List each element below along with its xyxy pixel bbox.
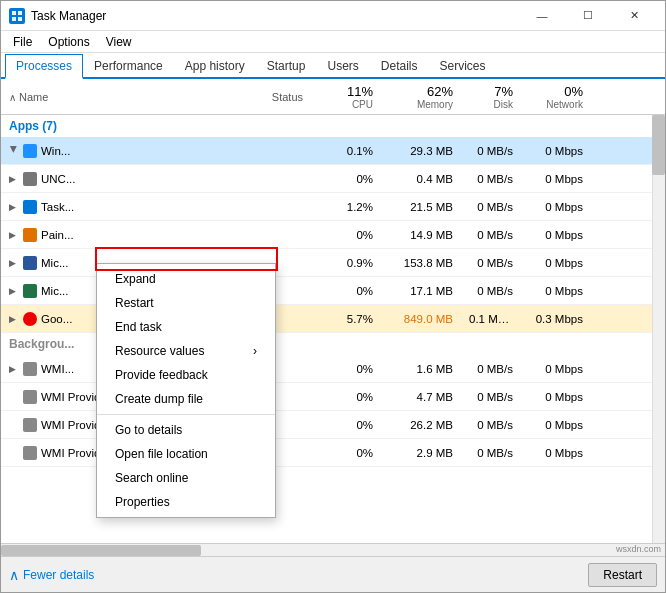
expand-arrow[interactable]: ▶: [9, 146, 19, 156]
collapse-arrow[interactable]: ∧: [9, 92, 16, 103]
menu-view[interactable]: View: [98, 33, 140, 51]
expand-arrow[interactable]: ▶: [9, 258, 19, 268]
menu-options[interactable]: Options: [40, 33, 97, 51]
ctx-end-task[interactable]: End task: [97, 315, 275, 339]
svg-rect-1: [18, 11, 22, 15]
cell-cpu: 0%: [311, 445, 381, 461]
cell-disk: 0 MB/s: [461, 283, 521, 299]
expand-arrow[interactable]: ▶: [9, 230, 19, 240]
table-header: ∧ Name Status 11% CPU 62% Memory 7% Disk…: [1, 79, 665, 115]
app-row-icon: [23, 200, 37, 214]
cell-disk: 0 MB/s: [461, 199, 521, 215]
ctx-resource-values[interactable]: Resource values ›: [97, 339, 275, 363]
ctx-restart[interactable]: Restart: [97, 291, 275, 315]
expand-arrow[interactable]: ▶: [9, 286, 19, 296]
cell-disk: 0 MB/s: [461, 255, 521, 271]
vertical-scrollbar[interactable]: [652, 115, 665, 543]
cell-disk: 0 MB/s: [461, 171, 521, 187]
cell-cpu: 0%: [311, 417, 381, 433]
expand-arrow[interactable]: ▶: [9, 174, 19, 184]
table-row[interactable]: ▶ Pain... 0% 14.9 MB 0 MB/s 0 Mbps: [1, 221, 665, 249]
tab-users[interactable]: Users: [316, 54, 369, 77]
tab-processes[interactable]: Processes: [5, 54, 83, 79]
cell-memory: 17.1 MB: [381, 283, 461, 299]
cell-disk: 0.1 MB/s: [461, 311, 521, 327]
cell-network: 0.3 Mbps: [521, 311, 591, 327]
cell-disk: 0 MB/s: [461, 389, 521, 405]
cell-network: 0 Mbps: [521, 417, 591, 433]
h-scrollbar-thumb[interactable]: [1, 545, 201, 556]
table-row[interactable]: ▶ Task... 1.2% 21.5 MB 0 MB/s 0 Mbps: [1, 193, 665, 221]
ctx-properties[interactable]: Properties: [97, 490, 275, 514]
close-button[interactable]: ✕: [611, 1, 657, 31]
app-row-icon: [23, 390, 37, 404]
cell-memory: 0.4 MB: [381, 171, 461, 187]
cell-cpu: 0%: [311, 227, 381, 243]
cell-network: 0 Mbps: [521, 445, 591, 461]
table-body: Apps (7) ▶ Win... 0.1% 29.3 MB 0 MB/s 0 …: [1, 115, 665, 543]
minimize-button[interactable]: —: [519, 1, 565, 31]
cell-cpu: 0%: [311, 361, 381, 377]
cell-memory: 4.7 MB: [381, 389, 461, 405]
ctx-go-to-details[interactable]: Go to details: [97, 418, 275, 442]
ctx-provide-feedback[interactable]: Provide feedback: [97, 363, 275, 387]
cell-memory: 29.3 MB: [381, 143, 461, 159]
col-disk[interactable]: 7% Disk: [461, 80, 521, 114]
ctx-expand[interactable]: Expand: [97, 267, 275, 291]
task-manager-window: Task Manager — ☐ ✕ File Options View Pro…: [0, 0, 666, 593]
cell-memory: 849.0 MB: [381, 311, 461, 327]
watermark: wsxdn.com: [616, 544, 661, 554]
cell-name: ▶ UNC...: [1, 170, 231, 188]
tab-performance[interactable]: Performance: [83, 54, 174, 77]
table-row[interactable]: ▶ UNC... 0% 0.4 MB 0 MB/s 0 Mbps: [1, 165, 665, 193]
expand-arrow[interactable]: ▶: [9, 314, 19, 324]
table-row[interactable]: ▶ Win... 0.1% 29.3 MB 0 MB/s 0 Mbps: [1, 137, 665, 165]
col-memory[interactable]: 62% Memory: [381, 80, 461, 114]
scrollbar-thumb[interactable]: [652, 115, 665, 175]
ctx-search-online[interactable]: Search online: [97, 466, 275, 490]
expand-arrow[interactable]: ▶: [9, 364, 19, 374]
col-cpu[interactable]: 11% CPU: [311, 80, 381, 114]
fewer-details-arrow-icon: ∧: [9, 567, 19, 583]
col-name[interactable]: ∧ Name: [1, 87, 231, 107]
cell-network: 0 Mbps: [521, 361, 591, 377]
cell-memory: 1.6 MB: [381, 361, 461, 377]
cell-disk: 0 MB/s: [461, 361, 521, 377]
cell-memory: 14.9 MB: [381, 227, 461, 243]
svg-rect-2: [12, 17, 16, 21]
expand-arrow[interactable]: ▶: [9, 202, 19, 212]
cell-name: ▶ Win...: [1, 142, 231, 160]
tab-app-history[interactable]: App history: [174, 54, 256, 77]
menu-bar: File Options View: [1, 31, 665, 53]
ctx-create-dump[interactable]: Create dump file: [97, 387, 275, 411]
cell-disk: 0 MB/s: [461, 227, 521, 243]
cell-cpu: 0.9%: [311, 255, 381, 271]
cell-name: ▶ Task...: [1, 198, 231, 216]
cell-network: 0 Mbps: [521, 283, 591, 299]
tab-details[interactable]: Details: [370, 54, 429, 77]
app-row-icon: [23, 312, 37, 326]
app-row-icon: [23, 228, 37, 242]
app-row-icon: [23, 256, 37, 270]
maximize-button[interactable]: ☐: [565, 1, 611, 31]
restart-button[interactable]: Restart: [588, 563, 657, 587]
context-menu: Expand Restart End task Resource values …: [96, 263, 276, 518]
fewer-details-button[interactable]: ∧ Fewer details: [9, 567, 94, 583]
menu-file[interactable]: File: [5, 33, 40, 51]
app-icon: [9, 8, 25, 24]
cell-cpu: 0.1%: [311, 143, 381, 159]
app-row-icon: [23, 418, 37, 432]
cell-name: ▶ Pain...: [1, 226, 231, 244]
col-network[interactable]: 0% Network: [521, 80, 591, 114]
horizontal-scrollbar[interactable]: [1, 543, 665, 556]
app-row-icon: [23, 362, 37, 376]
cell-cpu: 0%: [311, 389, 381, 405]
tab-startup[interactable]: Startup: [256, 54, 317, 77]
cell-cpu: 0%: [311, 283, 381, 299]
cell-memory: 2.9 MB: [381, 445, 461, 461]
cell-network: 0 Mbps: [521, 143, 591, 159]
col-status[interactable]: Status: [231, 87, 311, 107]
apps-section-header[interactable]: Apps (7): [1, 115, 665, 137]
tab-services[interactable]: Services: [429, 54, 497, 77]
ctx-open-file-location[interactable]: Open file location: [97, 442, 275, 466]
